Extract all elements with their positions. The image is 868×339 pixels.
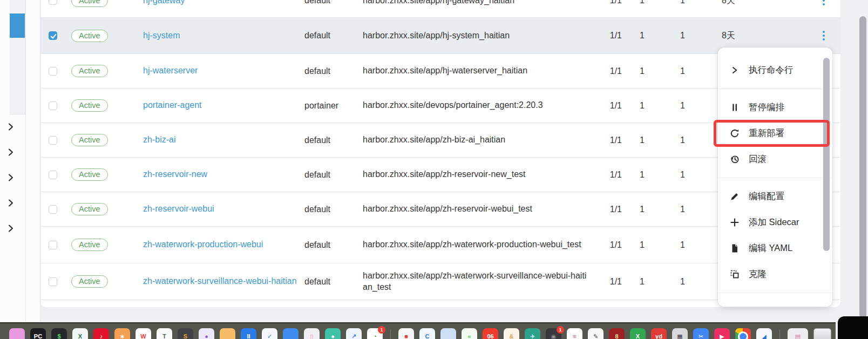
app-purple-sphere-icon[interactable]: ●	[199, 328, 214, 339]
chevron-right-icon	[6, 148, 15, 159]
image-cell: harbor.zhxx.site/app/zh-waterwork-survei…	[363, 270, 596, 293]
app-red-06-icon[interactable]: 06	[483, 328, 498, 339]
excel-icon[interactable]: X	[72, 328, 88, 339]
menu-item[interactable]: 编辑 YAML	[718, 235, 832, 261]
chevron-right-icon	[730, 65, 742, 75]
workload-name-link[interactable]: hj-waterserver	[143, 65, 304, 77]
menu-item[interactable]: 编辑配置	[718, 184, 832, 209]
wps-icon[interactable]: W	[135, 328, 151, 339]
workload-name-link[interactable]: portainer-agent	[143, 100, 304, 111]
app-notes-icon[interactable]: ≡	[567, 328, 582, 339]
youdao-icon[interactable]: yd	[651, 328, 667, 339]
app-blue-tiles-icon[interactable]	[283, 328, 299, 339]
typora-icon[interactable]: T	[157, 328, 172, 339]
app-shield-plane-icon[interactable]: ✈	[525, 328, 540, 339]
menu-item[interactable]: 回滚	[718, 146, 832, 172]
row-checkbox[interactable]	[49, 0, 57, 5]
app-green-arrows-icon[interactable]: «	[462, 328, 477, 339]
page-scrollbar-thumb[interactable]	[859, 16, 866, 318]
app-orange-fox-icon[interactable]	[220, 328, 235, 339]
app-pale-blue-icon[interactable]	[440, 328, 456, 339]
app-dark-s-icon[interactable]: S	[178, 328, 193, 339]
netease-music-icon[interactable]: ♪	[93, 328, 109, 339]
available-cell: 1	[656, 0, 696, 5]
status-badge: Active	[71, 30, 108, 42]
row-checkbox[interactable]	[49, 241, 57, 249]
todo-check-icon[interactable]: ✓	[262, 328, 277, 339]
terminal-icon[interactable]: $	[51, 328, 67, 339]
chevron-right-icon	[6, 199, 15, 209]
sidebar-expand-item[interactable]	[0, 216, 25, 242]
calculator-icon[interactable]: ▦	[672, 328, 688, 339]
row-checkbox[interactable]	[49, 67, 57, 76]
pycharm-icon[interactable]: PC	[30, 328, 46, 339]
ready-cell: 1/1	[596, 135, 632, 145]
sidebar-count-badge[interactable]	[10, 13, 25, 38]
macos-dock: PC$X♪∗WTS●II✓▯●↗◔1■C«06&✈◉1≡✎8Xyd▦✂▶◢▤	[0, 322, 836, 339]
ready-cell: 1/1	[596, 66, 632, 76]
menu-item[interactable]: 执行命令行	[718, 57, 832, 83]
plus-icon	[730, 218, 742, 227]
workload-name-link[interactable]: hj-system	[143, 30, 304, 42]
menu-item[interactable]: 克隆	[718, 261, 832, 287]
trello-icon[interactable]: II	[241, 328, 256, 339]
workload-name-link[interactable]: zh-reservoir-new	[143, 169, 304, 180]
sidebar-expand-item[interactable]	[0, 140, 25, 166]
iphone-mirror-icon[interactable]: ▯	[304, 328, 320, 339]
sidebar-count-badge[interactable]	[10, 38, 25, 63]
menu-item[interactable]: 添加 Sidecar	[718, 209, 832, 235]
status-badge: Active	[71, 0, 108, 7]
menu-item[interactable]: 暂停编排	[718, 94, 832, 120]
kebab-menu-icon[interactable]	[821, 0, 826, 7]
wireshark-fin-icon[interactable]: ◢	[756, 328, 772, 339]
workload-name-link[interactable]: zh-biz-ai	[143, 134, 304, 146]
app-green-x-icon[interactable]: X	[630, 328, 646, 339]
row-checkbox[interactable]	[49, 101, 57, 110]
app-scissors-icon[interactable]: ✂	[693, 328, 709, 339]
trash-icon[interactable]	[813, 328, 831, 339]
app-darkred-8-icon[interactable]: 8	[609, 328, 625, 339]
row-checkbox-cell	[40, 277, 71, 286]
app-blue-arrow-icon[interactable]: ↗	[346, 328, 362, 339]
uptodate-cell: 1	[632, 277, 656, 287]
sidebar-expand-item[interactable]	[0, 191, 25, 216]
sidebar-expand-item[interactable]	[0, 166, 25, 191]
workload-name-link[interactable]: zh-waterwork-surveillance-webui-haitian	[143, 276, 304, 287]
uptodate-cell: 1	[632, 0, 656, 5]
app-pink-cat-icon[interactable]	[9, 328, 25, 339]
image-cell: harbor.zhxx.site/app/hj-waterserver_hait…	[363, 65, 596, 77]
image-cell: harbor.zhxx.site/app/zh-reservoir-new_te…	[363, 169, 596, 180]
menu-item[interactable]: 重新部署	[718, 120, 832, 146]
app-c-blue-icon[interactable]: C	[419, 328, 435, 339]
app-fingerprint-icon[interactable]: ◉1	[546, 328, 561, 339]
app-red-flag-icon[interactable]: ■	[398, 328, 414, 339]
menu-item-label: 编辑配置	[749, 191, 784, 202]
sidebar-count-badge[interactable]	[10, 88, 25, 112]
workload-name-link[interactable]: zh-reservoir-webui	[143, 204, 304, 215]
menu-item-label: 暂停编排	[749, 101, 784, 113]
ready-cell: 1/1	[596, 170, 632, 180]
table-row[interactable]: Active hj-gateway default harbor.zhxx.si…	[40, 0, 840, 18]
app-ring-icon[interactable]: ◔1	[367, 328, 383, 339]
password-lock-icon[interactable]: ●	[325, 328, 341, 339]
app-edit-icon[interactable]: ✎	[588, 328, 603, 339]
row-checkbox[interactable]	[49, 277, 57, 286]
workload-name-link[interactable]: hj-gateway	[143, 0, 304, 6]
app-pretzel-icon[interactable]: &	[504, 328, 519, 339]
app-orange-star-icon[interactable]: ∗	[114, 328, 130, 339]
uptodate-cell: 1	[632, 101, 656, 111]
workload-name-link[interactable]: zh-waterwork-production-webui	[143, 239, 304, 250]
row-checkbox[interactable]	[49, 136, 57, 145]
row-checkbox[interactable]	[49, 205, 57, 214]
row-checkbox[interactable]	[49, 171, 57, 179]
chrome-icon[interactable]	[735, 328, 751, 339]
stage-manager-icon[interactable]: ▤	[788, 328, 808, 339]
row-checkbox[interactable]	[49, 31, 57, 40]
state-cell: Active	[71, 0, 143, 7]
sidebar-count-badge[interactable]	[10, 63, 25, 87]
sidebar-expand-item[interactable]	[0, 115, 25, 140]
status-badge: Active	[71, 168, 108, 181]
kebab-menu-icon[interactable]	[821, 29, 826, 42]
available-cell: 1	[656, 135, 696, 145]
app-play-icon[interactable]: ▶	[714, 328, 730, 339]
